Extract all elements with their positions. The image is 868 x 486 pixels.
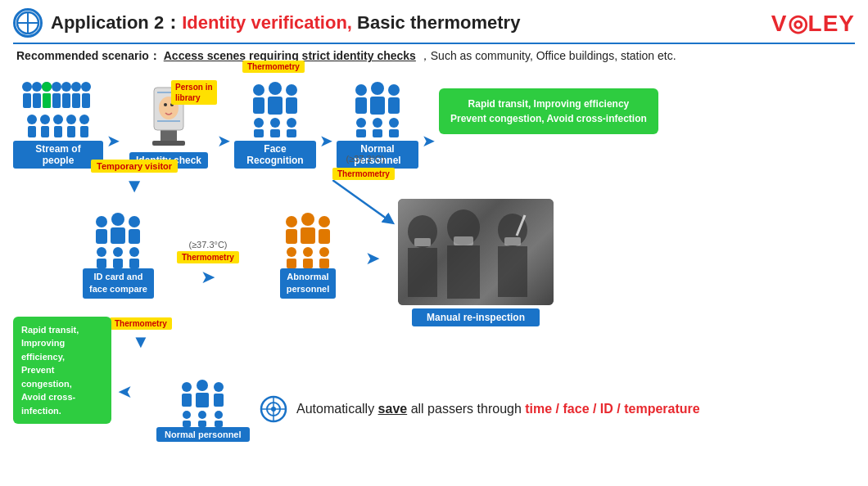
arrow-to-manual: ➤ — [365, 248, 380, 269]
svg-point-33 — [164, 103, 167, 106]
svg-rect-4 — [23, 93, 31, 108]
svg-rect-80 — [319, 229, 330, 244]
flow-stream: Stream of people — [13, 72, 103, 169]
svg-point-55 — [356, 118, 366, 128]
green-box-top: Rapid transit, Improving efficiencyPreve… — [439, 88, 658, 134]
people-normal-bottom-icon — [172, 374, 233, 427]
svg-rect-38 — [253, 97, 264, 114]
svg-rect-18 — [43, 93, 51, 108]
svg-rect-48 — [287, 129, 296, 137]
svg-point-105 — [198, 411, 206, 419]
svg-point-23 — [53, 115, 63, 124]
footer-text: Automatically save all passers through t… — [296, 402, 700, 416]
people-face-icon — [242, 72, 308, 137]
svg-rect-6 — [33, 93, 41, 108]
footer: Automatically save all passers through t… — [259, 394, 700, 424]
temp-visitor-badge: Temporary visitor — [91, 160, 178, 173]
svg-point-97 — [182, 382, 192, 392]
svg-point-79 — [319, 216, 330, 227]
manual-section: Manual re-inspection — [398, 199, 554, 326]
svg-point-41 — [286, 84, 297, 96]
svg-rect-98 — [182, 394, 192, 407]
green-box-bottom: Rapid transit,Improving efficiency,Preve… — [13, 317, 111, 425]
svg-point-19 — [27, 115, 37, 124]
people-stream-icon — [17, 72, 99, 137]
svg-rect-76 — [286, 229, 297, 244]
svg-rect-78 — [301, 227, 315, 244]
svg-point-57 — [373, 118, 382, 128]
svg-rect-28 — [80, 126, 88, 137]
svg-rect-44 — [254, 129, 264, 137]
scenario-suffix: ，Such as community, Office buildings, st… — [419, 49, 676, 62]
scenario-label: Recommended scenario： — [16, 49, 160, 62]
svg-point-67 — [129, 216, 140, 227]
svg-point-13 — [71, 82, 81, 92]
svg-point-75 — [286, 216, 297, 227]
thermometry-badge-top: Thermometry — [242, 61, 305, 73]
svg-rect-14 — [72, 93, 80, 108]
svg-rect-84 — [303, 259, 313, 268]
svg-rect-90 — [447, 245, 480, 299]
svg-point-17 — [42, 82, 52, 92]
svg-point-99 — [197, 380, 208, 391]
svg-rect-94 — [454, 236, 473, 245]
header-left: Application 2：Identity verification, Bas… — [13, 8, 520, 38]
manual-photo — [398, 199, 554, 305]
svg-point-107 — [215, 411, 223, 419]
svg-rect-42 — [286, 97, 297, 114]
svg-point-69 — [97, 247, 106, 257]
page: Application 2：Identity verification, Bas… — [0, 0, 868, 486]
svg-rect-86 — [319, 259, 329, 268]
footer-save: save — [378, 402, 408, 416]
svg-rect-24 — [54, 126, 62, 137]
svg-line-62 — [332, 180, 390, 221]
logo: V◎LEY — [771, 10, 855, 37]
svg-rect-74 — [129, 259, 139, 268]
svg-point-59 — [389, 118, 399, 128]
svg-rect-70 — [97, 259, 106, 268]
svg-rect-92 — [498, 246, 527, 297]
thermometry-mid-badge: Thermometry — [177, 251, 239, 263]
svg-point-65 — [111, 213, 124, 226]
temp-label-diag: (≥37.3°C) — [332, 154, 398, 164]
svg-point-73 — [129, 247, 139, 257]
svg-rect-104 — [183, 421, 191, 427]
svg-point-37 — [253, 84, 264, 96]
svg-point-113 — [271, 407, 276, 412]
svg-rect-72 — [113, 259, 123, 268]
arrow-right-mid: ➤ — [201, 267, 215, 288]
svg-point-81 — [287, 247, 296, 257]
arrow-2: ➤ — [215, 131, 233, 151]
app-icon — [13, 8, 43, 38]
manual-label: Manual re-inspection — [412, 308, 540, 326]
svg-point-83 — [303, 247, 313, 257]
flow-identity: Person inlibrary Identity check — [124, 83, 214, 169]
thermometry-below-id: Thermometry ▼ — [110, 317, 172, 353]
title-highlight: Identity verification, — [182, 12, 352, 33]
id-card-label: ID card andface compare — [83, 268, 154, 299]
diagonal-section: (≥37.3°C) Thermometry — [332, 154, 398, 229]
svg-rect-100 — [196, 393, 209, 407]
svg-rect-66 — [111, 227, 125, 244]
stream-label: Stream of people — [13, 141, 103, 169]
svg-point-51 — [371, 82, 384, 95]
svg-point-9 — [52, 82, 61, 92]
svg-rect-46 — [270, 129, 280, 137]
thermometry-bottom-badge: Thermometry — [110, 317, 172, 330]
title-prefix: Application 2： — [51, 12, 182, 33]
title-suffix: Basic thermometry — [352, 12, 520, 33]
svg-rect-40 — [268, 97, 283, 115]
svg-point-103 — [183, 411, 191, 419]
svg-rect-82 — [287, 259, 296, 268]
svg-point-63 — [96, 216, 107, 227]
footer-icon — [259, 394, 288, 424]
svg-rect-54 — [388, 97, 400, 114]
svg-rect-16 — [82, 93, 90, 108]
svg-point-11 — [61, 82, 71, 92]
person-in-library-badge: Person inlibrary — [171, 80, 217, 105]
flow-face: Thermometry Face Recognition — [234, 72, 316, 169]
header-title: Application 2：Identity verification, Bas… — [51, 11, 520, 35]
svg-point-25 — [66, 115, 76, 124]
down-arrow-bottom: ▼ — [132, 331, 150, 353]
footer-mid: all passers through — [407, 402, 525, 416]
